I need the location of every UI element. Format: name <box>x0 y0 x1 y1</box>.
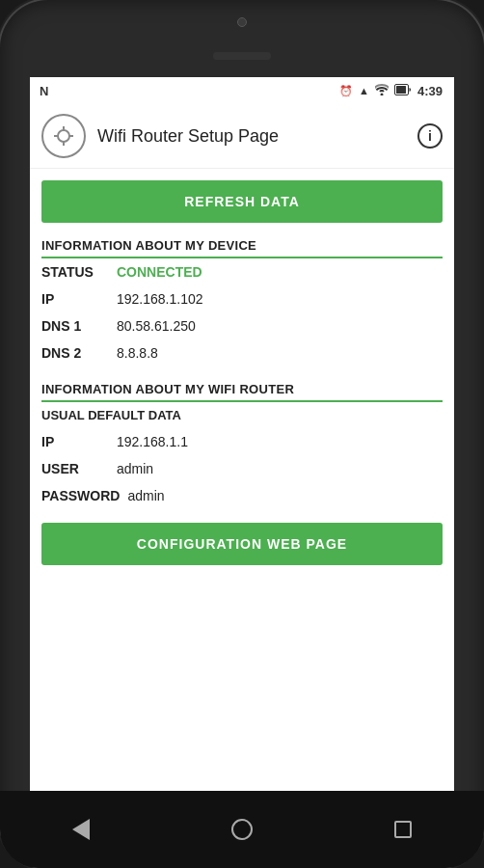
router-password-label: PASSWORD <box>41 488 120 503</box>
carrier-icon: N <box>40 84 48 98</box>
status-bar-right: ⏰ ▲ 4:39 <box>339 84 443 98</box>
svg-point-0 <box>380 94 383 96</box>
router-user-label: USER <box>41 461 109 476</box>
home-icon <box>231 819 253 840</box>
alarm-icon: ⏰ <box>339 85 353 97</box>
dns1-label: DNS 1 <box>41 318 109 334</box>
dns2-row: DNS 2 8.8.8.8 <box>41 339 443 366</box>
status-value: CONNECTED <box>117 264 202 280</box>
app-header: Wifi Router Setup Page i <box>30 104 454 169</box>
status-label: STATUS <box>41 264 109 280</box>
svg-point-3 <box>58 130 69 142</box>
dns1-value: 80.58.61.250 <box>117 318 196 334</box>
svg-rect-2 <box>396 86 406 94</box>
home-nav-button[interactable] <box>223 810 261 849</box>
wifi-status-icon <box>375 84 389 97</box>
refresh-button[interactable]: REFRESH DATA <box>41 180 443 223</box>
dns2-value: 8.8.8.8 <box>117 345 158 361</box>
info-button[interactable]: i <box>417 123 443 149</box>
router-user-value: admin <box>117 461 153 476</box>
router-password-value: admin <box>127 488 164 503</box>
router-ip-row: IP 192.168.1.1 <box>41 428 443 455</box>
phone-frame: N ⏰ ▲ <box>0 0 484 868</box>
device-info-section-header: INFORMATION ABOUT MY DEVICE <box>41 238 443 258</box>
ip-label: IP <box>41 291 109 307</box>
recent-nav-button[interactable] <box>384 810 422 849</box>
back-icon <box>72 819 90 840</box>
bottom-nav <box>0 791 484 868</box>
dns1-row: DNS 1 80.58.61.250 <box>41 312 443 339</box>
recent-icon <box>394 821 412 838</box>
status-bar-left: N <box>40 84 48 98</box>
router-ip-value: 192.168.1.1 <box>117 434 188 449</box>
status-row: STATUS CONNECTED <box>41 258 443 285</box>
dns2-label: DNS 2 <box>41 345 109 361</box>
router-password-row: PASSWORD admin <box>41 482 443 509</box>
config-web-page-button[interactable]: CONFIGURATION WEB PAGE <box>41 523 443 565</box>
phone-top <box>0 0 484 77</box>
speaker <box>213 52 271 60</box>
camera <box>237 17 247 27</box>
app-title: Wifi Router Setup Page <box>97 126 406 147</box>
phone-screen: N ⏰ ▲ <box>30 77 454 791</box>
router-ip-label: IP <box>41 434 109 449</box>
content-area: REFRESH DATA INFORMATION ABOUT MY DEVICE… <box>30 169 454 791</box>
status-time: 4:39 <box>417 84 443 98</box>
ip-value: 192.168.1.102 <box>117 291 203 307</box>
back-nav-button[interactable] <box>62 810 100 849</box>
usual-default-row: USUAL DEFAULT DATA <box>41 402 443 428</box>
usual-default-label: USUAL DEFAULT DATA <box>41 408 181 422</box>
router-info-section-header: INFORMATION ABOUT MY WIFI ROUTER <box>41 382 443 402</box>
status-bar: N ⏰ ▲ <box>30 77 454 104</box>
app-icon <box>41 114 86 158</box>
battery-status-icon <box>394 84 412 97</box>
ip-row: IP 192.168.1.102 <box>41 285 443 312</box>
signal-icon: ▲ <box>359 85 369 96</box>
router-user-row: USER admin <box>41 455 443 482</box>
